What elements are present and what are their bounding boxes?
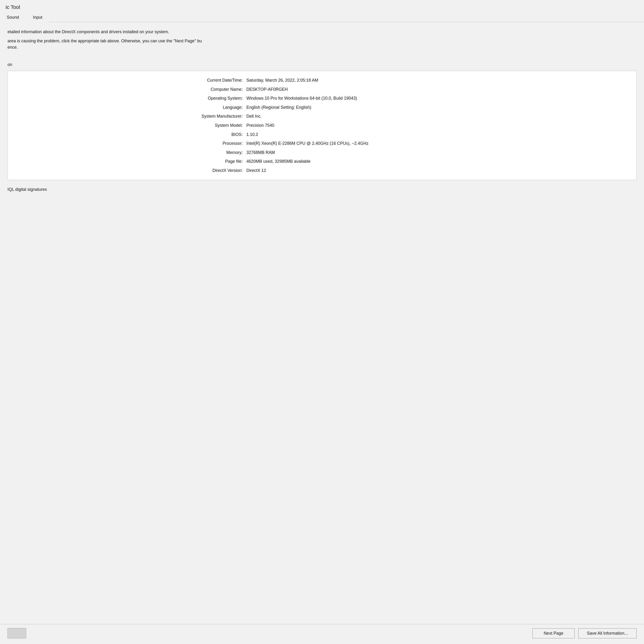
- field-value: Windows 10 Pro for Workstations 64-bit (…: [245, 94, 629, 103]
- field-label: System Model:: [15, 121, 245, 130]
- field-value: Precision 7540: [245, 121, 629, 130]
- table-row: System Model:Precision 7540: [15, 121, 629, 130]
- title-text: ic Tool: [6, 4, 20, 10]
- table-row: Processor:Intel(R) Xeon(R) E-2286M CPU @…: [15, 139, 629, 148]
- content-area: etailed information about the DirectX co…: [0, 22, 644, 624]
- field-label: System Manufacturer:: [15, 112, 245, 121]
- field-value: Intel(R) Xeon(R) E-2286M CPU @ 2.40GHz (…: [245, 139, 629, 148]
- field-label: Language:: [15, 103, 245, 112]
- next-page-button[interactable]: Next Page: [532, 628, 575, 638]
- signatures-label: IQL digital signatures: [7, 187, 637, 192]
- field-label: Memory:: [15, 148, 245, 157]
- field-label: Page file:: [15, 157, 245, 166]
- field-label: DirectX Version:: [15, 166, 245, 175]
- field-value: 1.10.2: [245, 130, 629, 139]
- field-label: Operating System:: [15, 94, 245, 103]
- table-row: Page file:4620MB used, 32985MB available: [15, 157, 629, 166]
- field-label: BIOS:: [15, 130, 245, 139]
- table-row: Language:English (Regional Setting: Engl…: [15, 103, 629, 112]
- tab-bar: Sound Input: [0, 12, 644, 22]
- tab-sound[interactable]: Sound: [0, 12, 26, 22]
- description-line1: etailed information about the DirectX co…: [7, 29, 637, 35]
- table-row: Memory:32768MB RAM: [15, 148, 629, 157]
- field-label: Current Date/Time:: [15, 76, 245, 85]
- field-value: Dell Inc.: [245, 112, 629, 121]
- system-info-table: Current Date/Time:Saturday, March 26, 20…: [15, 76, 629, 175]
- table-row: BIOS:1.10.2: [15, 130, 629, 139]
- table-row: Current Date/Time:Saturday, March 26, 20…: [15, 76, 629, 85]
- left-placeholder-button[interactable]: [7, 628, 26, 638]
- directx-diagnostic-tool: ic Tool Sound Input etailed information …: [0, 0, 644, 644]
- field-value: Saturday, March 26, 2022, 2:05:18 AM: [245, 76, 629, 85]
- tab-input[interactable]: Input: [26, 12, 49, 22]
- system-info-box: Current Date/Time:Saturday, March 26, 20…: [7, 71, 637, 180]
- table-row: Operating System:Windows 10 Pro for Work…: [15, 94, 629, 103]
- window-title: ic Tool: [0, 0, 644, 12]
- field-value: DirectX 12: [245, 166, 629, 175]
- table-row: Computer Name:DESKTOP-AF0RGEH: [15, 85, 629, 94]
- field-label: Processor:: [15, 139, 245, 148]
- field-value: DESKTOP-AF0RGEH: [245, 85, 629, 94]
- field-label: Computer Name:: [15, 85, 245, 94]
- save-all-button[interactable]: Save All Information...: [578, 628, 637, 638]
- bottom-bar: Next Page Save All Information...: [0, 624, 644, 644]
- table-row: System Manufacturer:Dell Inc.: [15, 112, 629, 121]
- section-label: on: [7, 62, 637, 67]
- field-value: 4620MB used, 32985MB available: [245, 157, 629, 166]
- table-row: DirectX Version:DirectX 12: [15, 166, 629, 175]
- description-line2: area is causing the problem, click the a…: [7, 38, 637, 51]
- field-value: 32768MB RAM: [245, 148, 629, 157]
- field-value: English (Regional Setting: English): [245, 103, 629, 112]
